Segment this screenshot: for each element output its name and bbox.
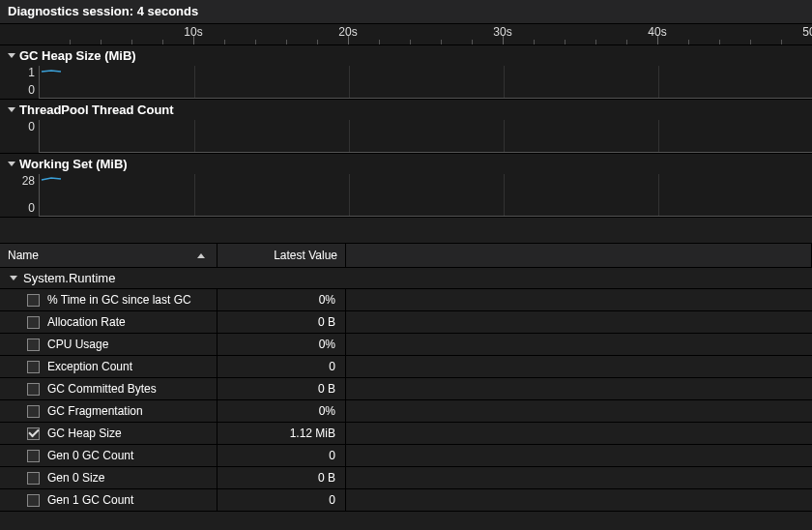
counter-checkbox[interactable] [27, 361, 40, 373]
column-header-value[interactable]: Latest Value [218, 244, 346, 267]
counter-value: 0 B [318, 382, 335, 396]
table-row[interactable]: Gen 1 GC Count0 [0, 489, 812, 512]
counter-value: 0% [319, 404, 335, 418]
row-spacer [346, 489, 812, 511]
graph-row: GC Heap Size (MiB)10 [0, 45, 812, 100]
table-row[interactable]: Gen 0 Size0 B [0, 467, 812, 489]
column-header-spacer [346, 244, 812, 267]
row-spacer [346, 400, 812, 422]
collapse-icon[interactable] [8, 107, 15, 112]
panel-gap [0, 218, 812, 243]
table-header: Name Latest Value [0, 243, 812, 268]
session-header: Diagnostics session: 4 seconds [0, 0, 812, 24]
counter-name: % Time in GC since last GC [47, 293, 191, 307]
counters-table: Name Latest Value System.Runtime% Time i… [0, 243, 812, 530]
graph-row: Working Set (MiB)280 [0, 154, 812, 218]
table-row[interactable]: Allocation Rate0 B [0, 311, 812, 334]
counter-value: 0 [329, 360, 335, 373]
spark-line [40, 174, 78, 217]
table-row[interactable]: Exception Count0 [0, 356, 812, 378]
counter-checkbox[interactable] [27, 494, 40, 507]
row-spacer [346, 334, 812, 355]
ruler-tick-label: 40s [648, 25, 666, 39]
counter-checkbox[interactable] [27, 339, 40, 351]
counter-checkbox[interactable] [27, 383, 40, 396]
graph-y-axis: 280 [0, 174, 39, 217]
graph-title[interactable]: Working Set (MiB) [0, 154, 812, 174]
row-spacer [346, 423, 812, 444]
graph-plot[interactable] [39, 66, 812, 99]
graph-row: ThreadPool Thread Count0 [0, 100, 812, 154]
row-spacer [346, 378, 812, 399]
counter-value: 1.12 MiB [290, 427, 335, 440]
counter-name: Gen 0 Size [47, 471, 104, 485]
graph-title-label: Working Set (MiB) [19, 157, 128, 171]
counter-value: 0% [319, 338, 335, 351]
y-tick-label: 28 [22, 174, 35, 188]
row-spacer [346, 356, 812, 377]
collapse-icon[interactable] [10, 276, 17, 280]
counter-value: 0 B [318, 471, 335, 485]
table-row[interactable]: GC Committed Bytes0 B [0, 378, 812, 400]
sort-ascending-icon [197, 253, 205, 258]
counter-checkbox[interactable] [27, 316, 40, 329]
column-header-value-label: Latest Value [274, 249, 337, 262]
ruler-tick-label: 50s [802, 25, 812, 39]
session-title: Diagnostics session: 4 seconds [8, 4, 198, 18]
graph-title[interactable]: GC Heap Size (MiB) [0, 45, 812, 66]
counter-value: 0 [329, 449, 335, 462]
y-tick-label: 0 [28, 120, 35, 133]
table-row[interactable]: % Time in GC since last GC0% [0, 289, 812, 311]
counter-checkbox[interactable] [27, 450, 40, 462]
collapse-icon[interactable] [8, 162, 15, 166]
table-row[interactable]: GC Fragmentation0% [0, 400, 812, 423]
counter-name: Allocation Rate [47, 315, 126, 329]
ruler-tick-label: 10s [184, 25, 202, 39]
counter-name: CPU Usage [47, 338, 108, 351]
y-tick-label: 0 [28, 201, 35, 215]
spark-line [40, 66, 78, 99]
counter-name: Exception Count [47, 360, 132, 373]
counter-name: Gen 0 GC Count [47, 449, 133, 462]
counter-name: Gen 1 GC Count [47, 493, 133, 507]
graph-y-axis: 10 [0, 66, 39, 99]
column-header-name[interactable]: Name [0, 244, 218, 267]
counter-name: GC Heap Size [47, 427, 122, 440]
timeline-ruler[interactable]: 10s20s30s40s50s [0, 24, 812, 45]
table-row[interactable]: CPU Usage0% [0, 334, 812, 356]
graph-plot[interactable] [39, 120, 812, 153]
counter-checkbox[interactable] [27, 427, 40, 440]
y-tick-label: 0 [28, 83, 35, 97]
ruler-tick-label: 30s [493, 25, 511, 39]
table-row[interactable]: Gen 0 GC Count0 [0, 445, 812, 467]
counter-value: 0 [329, 493, 335, 507]
counter-name: GC Committed Bytes [47, 382, 157, 396]
counter-name: GC Fragmentation [47, 404, 143, 418]
counter-value: 0 B [318, 315, 335, 329]
row-spacer [346, 311, 812, 333]
y-tick-label: 1 [28, 66, 35, 79]
row-spacer [346, 467, 812, 488]
graph-y-axis: 0 [0, 120, 39, 153]
counter-group-label: System.Runtime [23, 271, 115, 285]
row-spacer [346, 445, 812, 466]
column-header-name-label: Name [8, 249, 39, 262]
counter-checkbox[interactable] [27, 405, 40, 418]
graph-title-label: GC Heap Size (MiB) [19, 48, 136, 63]
counter-value: 0% [319, 293, 335, 307]
graph-title-label: ThreadPool Thread Count [19, 103, 174, 117]
counter-checkbox[interactable] [27, 294, 40, 307]
collapse-icon[interactable] [8, 53, 15, 58]
graph-plot[interactable] [39, 174, 812, 217]
table-row[interactable]: GC Heap Size1.12 MiB [0, 423, 812, 445]
row-spacer [346, 289, 812, 310]
graph-title[interactable]: ThreadPool Thread Count [0, 100, 812, 120]
counter-checkbox[interactable] [27, 472, 40, 485]
ruler-tick-label: 20s [338, 25, 357, 39]
counter-group-row[interactable]: System.Runtime [0, 268, 812, 289]
